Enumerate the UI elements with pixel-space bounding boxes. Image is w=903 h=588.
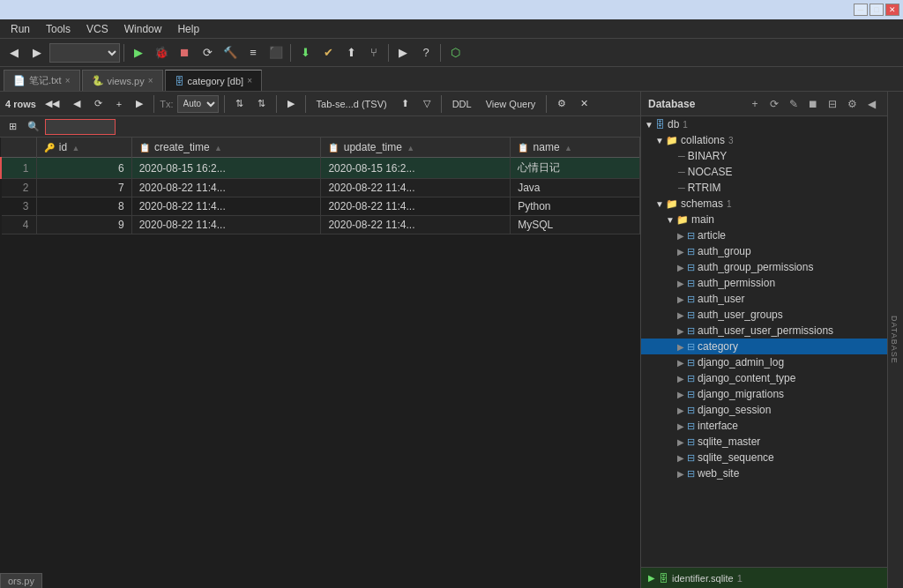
table-icon-django_migrations: ⊟ bbox=[687, 389, 695, 400]
tx-select[interactable]: Auto bbox=[177, 95, 219, 113]
toolbar-git-branch[interactable]: ⑂ bbox=[363, 42, 384, 63]
th-name[interactable]: 📋 name ▲ bbox=[511, 138, 640, 158]
ddl-btn[interactable]: DDL bbox=[447, 95, 477, 113]
tree-item-collations[interactable]: ▼ 📁 collations 3 bbox=[641, 132, 887, 148]
table-row[interactable]: 4 9 2020-08-22 11:4... 2020-08-22 11:4..… bbox=[1, 216, 640, 234]
toolbar-plugin[interactable]: ⬡ bbox=[444, 42, 466, 63]
toolbar-git-update[interactable]: ⬇ bbox=[295, 42, 316, 63]
table-row[interactable]: 3 8 2020-08-22 11:4... 2020-08-22 11:4..… bbox=[1, 197, 640, 216]
collation-item-icon: ─ bbox=[678, 182, 685, 193]
toolbar-build[interactable]: 🔨 bbox=[220, 42, 241, 63]
toolbar-stop[interactable]: ⏹ bbox=[174, 42, 195, 63]
toolbar-git-push[interactable]: ⬆ bbox=[340, 42, 362, 63]
tree-table-django_migrations[interactable]: ▶ ⊟ django_migrations bbox=[641, 386, 887, 402]
settings-btn[interactable]: ⚙ bbox=[552, 95, 571, 113]
th-create-time[interactable]: 📋 create_time ▲ bbox=[131, 138, 321, 158]
tree-item-binary[interactable]: ─ BINARY bbox=[641, 148, 887, 164]
tab-tsv-btn[interactable]: Tab-se...d (TSV) bbox=[311, 95, 392, 113]
menu-tools[interactable]: Tools bbox=[39, 21, 78, 37]
db-panel-add[interactable]: + bbox=[746, 95, 764, 113]
db-panel-tables[interactable]: ⊟ bbox=[824, 95, 841, 113]
tree-table-auth_permission[interactable]: ▶ ⊟ auth_permission bbox=[641, 275, 887, 291]
table-container[interactable]: 🔑 id ▲ 📋 create_time ▲ 📋 bbox=[0, 138, 640, 588]
tree-table-label-django_admin_log: django_admin_log bbox=[698, 356, 784, 368]
tree-table-auth_user_user_permissions[interactable]: ▶ ⊟ auth_user_user_permissions bbox=[641, 323, 887, 339]
tree-table-auth_group_permissions[interactable]: ▶ ⊟ auth_group_permissions bbox=[641, 259, 887, 275]
tree-table-django_admin_log[interactable]: ▶ ⊟ django_admin_log bbox=[641, 354, 887, 370]
menu-vcs[interactable]: VCS bbox=[79, 21, 116, 37]
tree-item-db[interactable]: ▼ 🗄 db 1 bbox=[641, 116, 887, 132]
tree-table-category[interactable]: ▶ ⊟ category bbox=[641, 339, 887, 354]
tree-table-article[interactable]: ▶ ⊟ article bbox=[641, 227, 887, 243]
table-row[interactable]: 2 7 2020-08-22 11:4... 2020-08-22 11:4..… bbox=[1, 179, 640, 197]
toolbar-run2[interactable]: ▶ bbox=[392, 42, 414, 63]
search-input[interactable] bbox=[45, 119, 116, 135]
tree-item-rtrim[interactable]: ─ RTRIM bbox=[641, 180, 887, 196]
nav-next2[interactable]: ▶ bbox=[282, 95, 300, 113]
filter-btn[interactable]: ▽ bbox=[418, 95, 436, 113]
tab-category-db[interactable]: 🗄 category [db] × bbox=[165, 70, 262, 91]
db-panel-collapse[interactable]: ◀ bbox=[862, 95, 880, 113]
toolbar-debug[interactable]: 🐞 bbox=[151, 42, 172, 63]
sort-desc[interactable]: ⇅ bbox=[252, 95, 271, 113]
cell-name-2: Java bbox=[511, 179, 640, 197]
th-update-time[interactable]: 📋 update_time ▲ bbox=[321, 138, 511, 158]
toolbar-refresh[interactable]: ⟳ bbox=[197, 42, 218, 63]
tree-table-auth_group[interactable]: ▶ ⊟ auth_group bbox=[641, 243, 887, 259]
toolbar-forward[interactable]: ▶ bbox=[26, 42, 48, 63]
db-panel-refresh[interactable]: ⟳ bbox=[765, 95, 783, 113]
nav-add[interactable]: + bbox=[111, 95, 127, 113]
toolbar-back[interactable]: ◀ bbox=[4, 42, 25, 63]
menu-help[interactable]: Help bbox=[170, 21, 206, 37]
vert-strip-database[interactable]: DATABASE bbox=[888, 309, 900, 371]
tree-table-auth_user[interactable]: ▶ ⊟ auth_user bbox=[641, 291, 887, 307]
tree-table-web_site[interactable]: ▶ ⊟ web_site bbox=[641, 465, 887, 481]
db-panel-edit[interactable]: ✎ bbox=[785, 95, 802, 113]
nav-next[interactable]: ▶ bbox=[131, 95, 148, 113]
category-tab-close[interactable]: × bbox=[247, 76, 252, 86]
view-query-btn[interactable]: View Query bbox=[481, 95, 541, 113]
search-icon-btn[interactable]: 🔍 bbox=[22, 118, 45, 136]
tab-notes[interactable]: 📄 笔记.txt × bbox=[4, 70, 80, 91]
tab-views[interactable]: 🐍 views.py × bbox=[82, 70, 163, 91]
toolbar-help[interactable]: ? bbox=[415, 42, 437, 63]
th-id[interactable]: 🔑 id ▲ bbox=[36, 138, 131, 158]
tree-badge: 1 bbox=[683, 120, 688, 130]
tree-item-schemas[interactable]: ▼ 📁 schemas 1 bbox=[641, 196, 887, 212]
tree-table-label-article: article bbox=[698, 229, 726, 242]
toolbar-dropdown[interactable] bbox=[49, 43, 120, 63]
toolbar-coverage[interactable]: ⬛ bbox=[265, 42, 287, 63]
maximize-button[interactable]: □ bbox=[869, 4, 884, 16]
tree-table-sqlite_sequence[interactable]: ▶ ⊟ sqlite_sequence bbox=[641, 450, 887, 465]
tree-table-django_session[interactable]: ▶ ⊟ django_session bbox=[641, 402, 887, 418]
bottom-file-tab[interactable]: ors.py bbox=[0, 573, 42, 588]
search-collapse[interactable]: ⊞ bbox=[4, 118, 22, 136]
tree-item-nocase[interactable]: ─ NOCASE bbox=[641, 164, 887, 180]
nav-first[interactable]: ◀◀ bbox=[40, 95, 64, 113]
close-button[interactable]: ✕ bbox=[885, 4, 899, 16]
close-result-btn[interactable]: ✕ bbox=[575, 95, 593, 113]
nav-prev[interactable]: ◀ bbox=[68, 95, 86, 113]
db-panel-stop[interactable]: ⏹ bbox=[804, 95, 822, 113]
toolbar-git-commit[interactable]: ✔ bbox=[317, 42, 339, 63]
toolbar-run[interactable]: ▶ bbox=[128, 42, 149, 63]
upload-btn[interactable]: ⬆ bbox=[396, 95, 414, 113]
create-time-col-icon: 📋 bbox=[139, 143, 150, 153]
minimize-button[interactable]: ─ bbox=[854, 4, 868, 16]
sort-asc[interactable]: ⇅ bbox=[230, 95, 249, 113]
tree-arrow: ▶ bbox=[675, 390, 687, 399]
table-row[interactable]: 1 6 2020-08-15 16:2... 2020-08-15 16:2..… bbox=[1, 158, 640, 179]
views-tab-close[interactable]: × bbox=[148, 76, 153, 86]
nav-refresh[interactable]: ⟳ bbox=[89, 95, 108, 113]
table-icon-auth_user_user_permissions: ⊟ bbox=[687, 325, 695, 337]
tree-table-sqlite_master[interactable]: ▶ ⊟ sqlite_master bbox=[641, 434, 887, 450]
tree-table-auth_user_groups[interactable]: ▶ ⊟ auth_user_groups bbox=[641, 307, 887, 323]
menu-run[interactable]: Run bbox=[4, 21, 37, 37]
menu-window[interactable]: Window bbox=[117, 21, 169, 37]
toolbar-list[interactable]: ≡ bbox=[243, 42, 264, 63]
notes-tab-close[interactable]: × bbox=[65, 76, 71, 86]
db-panel-settings[interactable]: ⚙ bbox=[843, 95, 861, 113]
tree-item-main[interactable]: ▼ 📁 main bbox=[641, 212, 887, 227]
tree-table-django_content_type[interactable]: ▶ ⊟ django_content_type bbox=[641, 370, 887, 386]
tree-table-interface[interactable]: ▶ ⊟ interface bbox=[641, 418, 887, 434]
